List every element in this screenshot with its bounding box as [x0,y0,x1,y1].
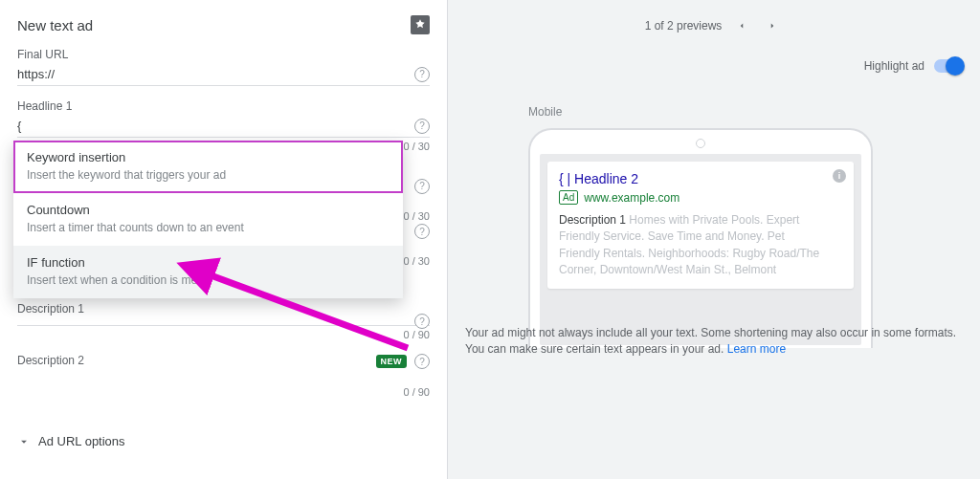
help-icon[interactable]: ? [414,314,430,329]
ad-headline: { | Headline 2 [559,171,823,186]
info-icon[interactable]: i [833,169,846,183]
suggestion-title: IF function [27,255,390,270]
suggestion-desc: Insert a timer that counts down to an ev… [27,221,390,234]
headline3-counter: 0 / 30 [403,255,430,267]
final-url-group: Final URL https:// ? [17,48,430,86]
suggestion-keyword-insertion[interactable]: Keyword insertion Insert the keyword tha… [13,141,403,193]
headline1-value: { [17,119,21,133]
headline2-counter: 0 / 30 [403,210,430,222]
preview-next-button[interactable] [762,15,783,36]
help-icon[interactable]: ? [414,119,430,134]
suggestion-title: Keyword insertion [27,150,390,164]
phone-speaker-icon [696,139,705,148]
highlight-ad-toggle[interactable]: Highlight ad [864,59,963,73]
help-icon[interactable]: ? [414,67,430,82]
headline1-input[interactable]: { ? [17,115,430,138]
help-icon[interactable]: ? [414,224,430,239]
toggle-on-icon [934,59,963,73]
insertion-suggestions-dropdown: Keyword insertion Insert the keyword tha… [13,141,403,298]
suggestion-if-function[interactable]: IF function Insert text when a condition… [13,246,403,298]
final-url-value: https:// [17,67,55,81]
ad-preview-panel: 1 of 2 previews Highlight ad Mobile i { … [448,0,980,479]
description1-label: Description 1 [17,302,430,316]
phone-preview: i { | Headline 2 Ad www.example.com Desc… [528,128,873,348]
description1-counter: 0 / 90 [17,326,430,340]
disclaimer-text: Your ad might not always include all you… [465,326,956,356]
description1-group: Description 1 ? 0 / 90 [17,302,430,340]
chevron-down-icon [17,435,31,448]
final-url-input[interactable]: https:// ? [17,63,430,86]
help-icon[interactable]: ? [414,179,430,194]
ad-badge: Ad [559,190,578,205]
highlight-ad-label: Highlight ad [864,59,924,73]
preview-device-label: Mobile [528,105,562,119]
new-badge: NEW [376,355,408,368]
editor-title: New text ad [17,17,93,33]
help-icon[interactable]: ? [414,354,430,369]
suggestion-title: Countdown [27,203,390,217]
description1-input[interactable]: ? [17,317,430,326]
description2-counter: 0 / 90 [17,369,430,398]
suggestion-countdown[interactable]: Countdown Insert a timer that counts dow… [13,193,403,246]
suggestion-desc: Insert the keyword that triggers your ad [27,168,390,182]
chevron-left-icon [737,20,746,32]
preview-prev-button[interactable] [731,15,752,36]
preview-nav: 1 of 2 previews [448,15,980,36]
ad-card: i { | Headline 2 Ad www.example.com Desc… [547,162,854,289]
ad-display-url: www.example.com [584,191,679,205]
chevron-right-icon [768,20,777,32]
description2-group: Description 2 NEW ? 0 / 90 [17,354,430,398]
pin-icon[interactable] [411,15,430,34]
ad-description-block: Description 1 Homes with Private Pools. … [559,212,823,279]
description2-label: Description 2 [17,354,84,367]
ad-url-options-label: Ad URL options [38,434,125,448]
learn-more-link[interactable]: Learn more [727,342,786,356]
preview-disclaimer: Your ad might not always include all you… [465,325,963,358]
suggestion-desc: Insert text when a condition is met [27,273,390,287]
ad-url-options-toggle[interactable]: Ad URL options [17,434,430,448]
final-url-label: Final URL [17,48,430,61]
ad-editor-panel: New text ad Final URL https:// ? Headlin… [0,0,448,479]
headline1-label: Headline 1 [17,99,430,113]
preview-nav-text: 1 of 2 previews [645,19,723,33]
phone-screen: i { | Headline 2 Ad www.example.com Desc… [540,154,861,345]
ad-description-lead: Description 1 [559,213,626,227]
